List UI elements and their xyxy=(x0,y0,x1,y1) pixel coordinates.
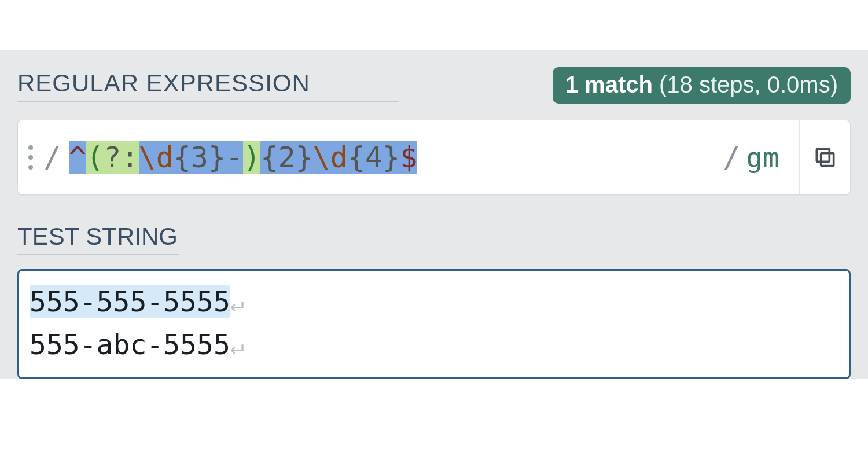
copy-icon xyxy=(812,145,838,170)
regex-input-container: / ^(?:\d{3}-){2}\d{4}$ / gm xyxy=(17,120,851,195)
regex-token: ^ xyxy=(69,141,86,174)
regex-token: - xyxy=(226,141,243,174)
svg-rect-1 xyxy=(816,149,829,161)
regex-token: $ xyxy=(400,141,417,174)
match-info-badge: 1 match (18 steps, 0.0ms) xyxy=(553,67,851,104)
regex-section-title: REGULAR EXPRESSION xyxy=(17,69,399,102)
svg-rect-0 xyxy=(821,153,833,166)
regex-token: {3} xyxy=(174,141,226,174)
test-string-input[interactable]: 555-555-5555↵555-abc-5555↵ xyxy=(17,269,851,379)
eol-icon: ↵ xyxy=(230,333,244,359)
test-line: 555-555-5555↵ xyxy=(30,280,838,323)
regex-token: {4} xyxy=(348,141,400,174)
regex-token: ) xyxy=(243,141,260,174)
match-count: 1 match xyxy=(565,72,653,97)
copy-button[interactable] xyxy=(799,120,850,194)
regex-token: \d xyxy=(313,141,348,174)
regex-token: {2} xyxy=(260,141,312,174)
regex-token: \d xyxy=(139,141,174,174)
regex-close-delimiter: / xyxy=(723,141,740,174)
regex-open-delimiter: / xyxy=(43,141,61,174)
drag-handle-icon[interactable] xyxy=(28,145,33,170)
regex-token: ?: xyxy=(104,141,138,174)
eol-icon: ↵ xyxy=(230,290,244,317)
regex-pattern-input[interactable]: ^(?:\d{3}-){2}\d{4}$ xyxy=(69,141,712,174)
regex-flags[interactable]: gm xyxy=(746,141,779,174)
test-string-section-title: TEST STRING xyxy=(17,223,179,255)
match-detail: (18 steps, 0.0ms) xyxy=(653,72,838,97)
test-line: 555-abc-5555↵ xyxy=(30,323,838,366)
regex-token: ( xyxy=(86,141,104,174)
